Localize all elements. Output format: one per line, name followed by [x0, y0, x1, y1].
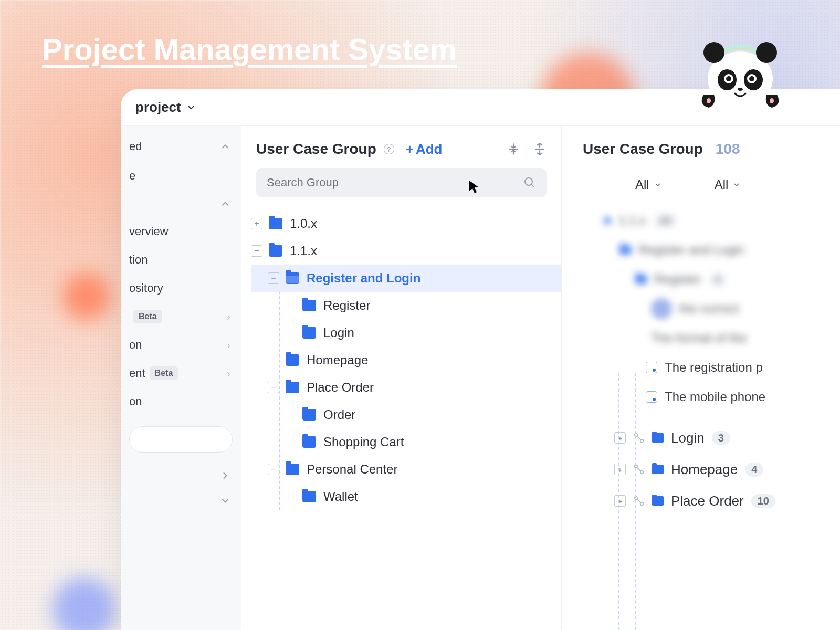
svg-point-9 [738, 88, 743, 91]
panel-title: User Case Group [583, 141, 703, 158]
chevron-right-icon: › [227, 339, 230, 351]
case-row[interactable]: The mobile phone [583, 382, 840, 412]
chevron-up-icon [220, 198, 230, 209]
nav-item[interactable]: entBeta › [121, 359, 241, 387]
folder-open-icon [286, 272, 299, 284]
tree-node[interactable]: − Place Order [251, 374, 561, 401]
svg-point-1 [704, 42, 724, 63]
expand-toggle[interactable]: + [614, 432, 626, 444]
svg-point-7 [726, 76, 731, 81]
app-window: project ed e verview tion ository Beta › [121, 89, 840, 630]
svg-point-10 [707, 98, 711, 103]
search-icon [523, 176, 536, 189]
folder-icon [269, 245, 282, 257]
tree-node[interactable]: − 1.1.x [251, 237, 561, 265]
mascot-panda [693, 32, 788, 110]
nav-section-head[interactable] [121, 190, 241, 217]
collapse-toggle[interactable]: − [268, 464, 279, 475]
folder-icon [269, 218, 282, 229]
collapse-all-icon[interactable] [507, 142, 520, 156]
collapse-toggle[interactable]: − [268, 382, 279, 393]
count-badge: 3 [712, 431, 730, 445]
folder-icon [652, 465, 664, 474]
group-tree: + 1.0.x − 1.1.x − Register and Login [242, 208, 561, 521]
folder-icon [286, 354, 299, 366]
search-group-field[interactable] [256, 168, 547, 197]
nav-item-overview[interactable]: verview [121, 217, 241, 246]
chevron-right-icon: › [227, 368, 230, 380]
tree-node[interactable]: Wallet [251, 483, 561, 510]
nav-item[interactable]: on › [121, 331, 241, 359]
svg-point-2 [756, 42, 777, 63]
collapse-toggle[interactable]: − [268, 272, 279, 284]
filter-dropdown[interactable]: All [635, 177, 662, 192]
expand-toggle[interactable]: + [614, 464, 626, 475]
case-count: 108 [716, 141, 740, 158]
section-row[interactable]: + Place Order 10 [583, 485, 840, 517]
add-group-button[interactable]: + Add [406, 141, 443, 158]
nav-item-repository[interactable]: ository [121, 274, 241, 302]
svg-line-15 [531, 184, 534, 187]
chevron-right-icon: › [227, 311, 230, 323]
help-icon[interactable]: ? [384, 144, 394, 154]
tree-node-selected[interactable]: − Register and Login [251, 265, 561, 292]
folder-icon [302, 300, 316, 311]
case-icon [646, 391, 657, 403]
nav-item[interactable] [121, 488, 241, 513]
beta-badge: Beta [150, 366, 178, 380]
count-badge: 4 [745, 463, 763, 477]
svg-point-11 [770, 98, 774, 103]
folder-icon [286, 464, 299, 475]
tree-node[interactable]: Homepage [251, 346, 561, 374]
beta-badge: Beta [133, 310, 162, 323]
chevron-down-icon [732, 181, 741, 189]
case-row[interactable]: The registration p [583, 353, 840, 382]
cursor-icon [468, 180, 480, 197]
nav-item[interactable] [121, 463, 241, 488]
blurred-preview: 1.1.x25 Register and Login Register4 the… [583, 206, 840, 353]
panel-title: User Case Group [256, 141, 376, 158]
chevron-down-icon [220, 496, 230, 506]
collapse-toggle[interactable]: − [251, 245, 262, 257]
section-row[interactable]: + Login 3 [583, 422, 840, 454]
tree-node[interactable]: − Personal Center [251, 456, 561, 483]
folder-icon [652, 433, 664, 443]
tree-node[interactable]: Register [251, 292, 561, 319]
case-list-panel: User Case Group 108 All All 1.1.x25 Regi… [562, 126, 840, 630]
expand-toggle[interactable]: + [251, 218, 262, 229]
chevron-up-icon [220, 141, 230, 152]
left-nav: ed e verview tion ository Beta › on › en… [121, 126, 242, 630]
nav-search-pill[interactable] [129, 426, 233, 453]
section-row[interactable]: + Homepage 4 [583, 454, 840, 485]
plus-icon: + [406, 141, 414, 158]
chevron-right-icon [220, 470, 230, 481]
svg-point-8 [749, 76, 754, 81]
count-badge: 10 [751, 494, 775, 508]
nav-item[interactable]: on [121, 387, 241, 416]
group-tree-panel: User Case Group ? + Add + 1.0.x [242, 126, 562, 630]
nav-item[interactable]: Beta › [121, 302, 241, 331]
expand-toggle[interactable]: + [614, 495, 626, 507]
filter-dropdown[interactable]: All [715, 177, 741, 192]
tree-node[interactable]: Shopping Cart [251, 428, 561, 456]
chevron-down-icon [654, 181, 662, 189]
tree-node[interactable]: Login [251, 319, 561, 346]
tree-node[interactable]: + 1.0.x [251, 210, 561, 237]
expand-all-icon[interactable] [533, 142, 547, 156]
nav-section-head[interactable]: ed [121, 131, 241, 162]
folder-icon [286, 382, 299, 393]
project-selector[interactable]: project [135, 99, 196, 116]
folder-icon [302, 436, 316, 448]
project-label: project [135, 99, 181, 116]
search-input[interactable] [267, 176, 523, 190]
folder-icon [302, 491, 316, 502]
folder-icon [652, 496, 664, 506]
folder-icon [302, 409, 316, 421]
chevron-down-icon [186, 103, 196, 112]
folder-icon [302, 327, 316, 339]
nav-item[interactable]: tion [121, 246, 241, 274]
page-title: Project Management System [42, 32, 457, 67]
tree-node[interactable]: Order [251, 401, 561, 428]
case-icon [646, 362, 657, 373]
nav-item[interactable]: e [121, 162, 241, 190]
